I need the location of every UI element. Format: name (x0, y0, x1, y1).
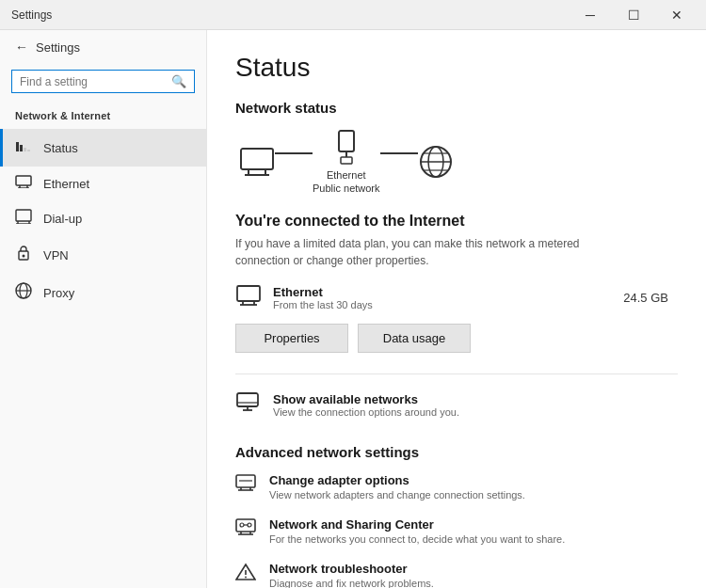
sidebar-item-status[interactable]: Status (0, 129, 206, 167)
adv-item-sharing-sub: For the networks you connect to, decide … (269, 533, 565, 545)
diagram-computer (239, 147, 275, 177)
svg-rect-4 (16, 176, 31, 185)
svg-point-46 (240, 523, 244, 527)
ethernet-details: Ethernet From the last 30 days (273, 285, 373, 310)
sidebar-item-proxy[interactable]: Proxy (0, 274, 206, 311)
sidebar-section-label: Network & Internet (0, 104, 206, 129)
sidebar-item-label-status: Status (43, 141, 78, 155)
adv-item-adapter[interactable]: Change adapter options View network adap… (235, 473, 678, 501)
app-body: ← Settings 🔍 Network & Internet Status (0, 30, 706, 588)
adv-item-troubleshooter-title: Network troubleshooter (269, 562, 434, 576)
computer-icon (239, 147, 275, 177)
ethernet-diagram-label: Ethernet Public network (313, 168, 380, 196)
adv-item-troubleshooter[interactable]: Network troubleshooter Diagnose and fix … (235, 562, 678, 588)
titlebar-controls: ─ ☐ ✕ (569, 0, 698, 30)
svg-rect-29 (237, 286, 260, 301)
network-status-title: Network status (235, 100, 678, 116)
adv-item-sharing-title: Network and Sharing Center (269, 517, 565, 532)
svg-rect-2 (24, 148, 26, 151)
minimize-button[interactable]: ─ (569, 0, 612, 30)
search-icon[interactable]: 🔍 (171, 74, 186, 88)
maximize-button[interactable]: ☐ (612, 0, 655, 30)
svg-point-13 (23, 255, 25, 258)
warning-icon (235, 563, 256, 586)
search-box: 🔍 (11, 70, 195, 93)
properties-button[interactable]: Properties (235, 324, 348, 353)
adv-item-adapter-sub: View network adapters and change connect… (269, 489, 525, 501)
sidebar-item-vpn[interactable]: VPN (0, 236, 206, 274)
titlebar: Settings ─ ☐ ✕ (0, 0, 706, 30)
adv-item-sharing-text: Network and Sharing Center For the netwo… (269, 517, 565, 545)
ethernet-data-usage: 24.5 GB (623, 291, 668, 305)
show-networks-title: Show available networks (273, 392, 459, 406)
svg-rect-0 (16, 142, 19, 151)
sidebar: ← Settings 🔍 Network & Internet Status (0, 30, 207, 588)
adv-item-sharing[interactable]: Network and Sharing Center For the netwo… (235, 517, 678, 545)
sidebar-item-label-dialup: Dial-up (43, 212, 82, 226)
sidebar-item-label-ethernet: Ethernet (43, 177, 89, 191)
data-usage-button[interactable]: Data usage (358, 324, 471, 353)
search-input[interactable] (20, 75, 171, 88)
btn-row: Properties Data usage (235, 324, 678, 353)
adv-item-troubleshooter-sub: Diagnose and fix network problems. (269, 578, 434, 588)
show-networks[interactable]: Show available networks View the connect… (235, 391, 678, 420)
svg-rect-23 (341, 157, 352, 164)
adapter-icon (235, 474, 256, 496)
svg-point-47 (248, 523, 251, 527)
show-networks-text: Show available networks View the connect… (273, 392, 459, 418)
adv-item-troubleshooter-text: Network troubleshooter Diagnose and fix … (269, 562, 434, 588)
back-button[interactable]: ← Settings (0, 30, 206, 64)
svg-point-50 (245, 576, 247, 578)
back-icon: ← (15, 40, 28, 55)
connected-desc: If you have a limited data plan, you can… (235, 235, 631, 269)
ethernet-row: Ethernet From the last 30 days 24.5 GB (235, 284, 678, 312)
ethernet-sub: From the last 30 days (273, 299, 373, 310)
ethernet-name: Ethernet (273, 285, 373, 299)
diagram-line-2 (380, 152, 418, 154)
svg-rect-17 (241, 149, 273, 169)
ethernet-diagram-icon (333, 129, 360, 165)
svg-rect-3 (27, 150, 30, 151)
page-title: Status (235, 53, 678, 83)
svg-rect-33 (237, 393, 258, 406)
adv-item-adapter-title: Change adapter options (269, 473, 525, 487)
svg-rect-8 (16, 210, 31, 221)
advanced-title: Advanced network settings (235, 444, 678, 460)
wifi-icon (235, 391, 260, 420)
sharing-icon (235, 518, 256, 540)
svg-rect-1 (20, 145, 23, 151)
globe-icon (418, 144, 454, 180)
divider-1 (235, 373, 678, 374)
show-networks-sub: View the connection options around you. (273, 406, 459, 418)
content-area: Status Network status Et (207, 30, 706, 588)
ethernet-nav-icon (15, 175, 32, 192)
proxy-icon (15, 282, 32, 303)
svg-rect-21 (339, 131, 354, 151)
ethernet-row-icon (235, 284, 262, 312)
sidebar-item-dialup[interactable]: Dial-up (0, 200, 206, 236)
titlebar-title: Settings (11, 8, 52, 22)
adv-item-adapter-text: Change adapter options View network adap… (269, 473, 525, 501)
sidebar-item-label-proxy: Proxy (43, 286, 74, 300)
ethernet-info: Ethernet From the last 30 days (235, 284, 373, 312)
status-icon (15, 137, 32, 158)
vpn-icon (15, 245, 32, 265)
sidebar-item-label-vpn: VPN (43, 248, 69, 262)
diagram-line-1 (275, 152, 313, 154)
close-button[interactable]: ✕ (655, 0, 698, 30)
connected-title: You're connected to the Internet (235, 213, 678, 230)
dialup-icon (15, 209, 32, 228)
diagram-ethernet: Ethernet Public network (313, 129, 380, 196)
back-label: Settings (36, 40, 80, 55)
diagram-globe (418, 144, 454, 180)
sidebar-item-ethernet[interactable]: Ethernet (0, 167, 206, 200)
network-diagram: Ethernet Public network (239, 129, 678, 196)
